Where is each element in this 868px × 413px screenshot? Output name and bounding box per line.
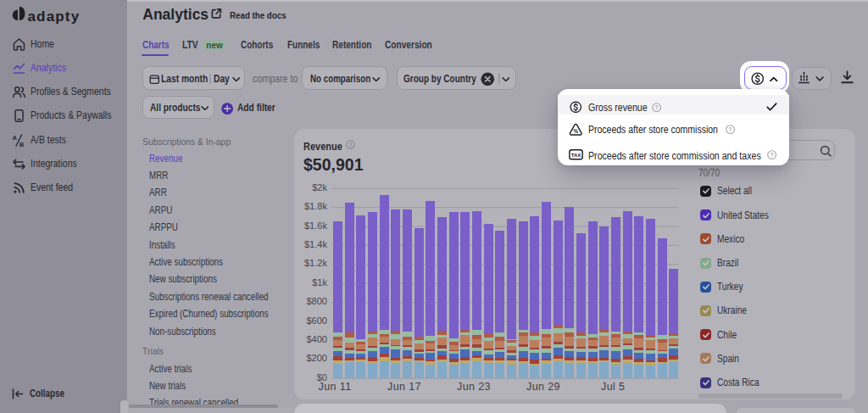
svg-text:?: ? bbox=[655, 103, 659, 109]
svg-text:?: ? bbox=[729, 126, 732, 132]
svg-text:?: ? bbox=[771, 152, 774, 158]
svg-text:A: A bbox=[13, 133, 18, 141]
svg-text:?: ? bbox=[348, 142, 352, 148]
svg-text:B: B bbox=[19, 140, 25, 147]
svg-text:%: % bbox=[573, 128, 578, 134]
svg-text:TAX: TAX bbox=[571, 153, 581, 158]
